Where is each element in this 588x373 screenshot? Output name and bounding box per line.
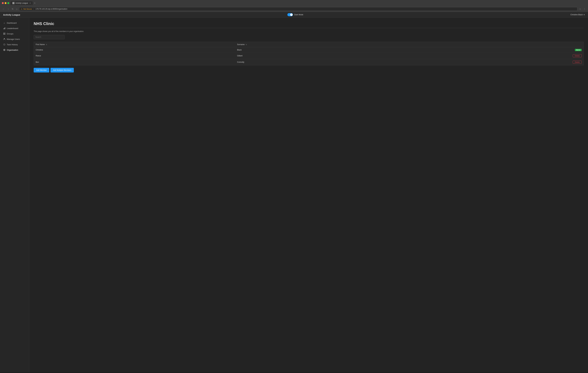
sidebar-item-label: Dashboard	[7, 22, 17, 24]
task-history-icon	[3, 43, 6, 46]
username: Christine Black	[570, 14, 583, 16]
leaderboard-icon	[3, 27, 6, 30]
dashboard-icon: ⌂	[3, 22, 6, 24]
cell-surname: Gilbert	[235, 53, 415, 59]
add-member-button[interactable]: Add Member	[34, 68, 49, 72]
app-container: Activity League Dark Mode Christine Blac…	[0, 12, 588, 373]
cell-surname: Black	[235, 47, 415, 53]
sidebar-item-organisation[interactable]: Organisation	[1, 47, 29, 53]
tab-favicon: A	[12, 2, 14, 4]
sidebar-item-label: Manage Users	[7, 38, 20, 40]
forward-button[interactable]: →	[7, 7, 10, 11]
sidebar-item-label: Groups	[7, 33, 13, 35]
sort-icon-first-name: ⇅	[46, 44, 47, 45]
home-button[interactable]: ⌂	[15, 7, 18, 11]
user-menu[interactable]: Christine Black ▼	[570, 14, 585, 16]
svg-rect-6	[4, 34, 5, 35]
tab-title: Activity League	[15, 2, 28, 4]
dark-mode-label: Dark Mode	[294, 14, 303, 16]
cell-surname: Connolly	[235, 59, 415, 65]
sidebar-item-leaderboard[interactable]: Leaderboard	[1, 26, 29, 31]
page-divider	[34, 28, 584, 28]
close-button[interactable]	[2, 2, 4, 4]
svg-rect-2	[5, 27, 5, 29]
cell-first-name: Reece	[34, 53, 235, 59]
cell-action: Admin	[415, 47, 584, 53]
cell-action: Delete	[415, 59, 584, 65]
table-row: Ben Connolly Delete	[34, 59, 584, 65]
active-tab[interactable]: A Activity League ✕	[10, 1, 33, 5]
svg-rect-4	[4, 33, 5, 33]
app-brand: Activity League	[3, 13, 20, 16]
url-text: 178.79.143.29.xip.io:8000/organisation	[35, 8, 67, 10]
refresh-button[interactable]: ↻	[11, 7, 14, 11]
sidebar-item-groups[interactable]: Groups	[1, 31, 29, 36]
svg-rect-3	[3, 33, 4, 33]
members-table: First Name ⇅ Surname ⇅ Christine Black	[34, 42, 584, 65]
browser-titlebar: A Activity League ✕ +	[0, 0, 588, 6]
new-tab-button[interactable]: +	[33, 2, 36, 4]
cell-first-name: Christine	[34, 47, 235, 53]
traffic-lights	[2, 2, 9, 4]
dark-mode-toggle[interactable]: Dark Mode	[287, 13, 303, 16]
main-content: NHS Clinic This page shows you all of th…	[29, 18, 588, 373]
svg-rect-5	[3, 34, 4, 35]
security-text: Not Secure	[23, 8, 32, 10]
sidebar-item-manage-users[interactable]: Manage Users	[1, 36, 29, 42]
sidebar-item-dashboard[interactable]: ⌂ Dashboard	[1, 20, 29, 25]
groups-icon	[3, 33, 6, 35]
svg-rect-1	[4, 28, 5, 29]
sidebar-item-task-history[interactable]: Task History	[1, 42, 29, 47]
column-first-name[interactable]: First Name ⇅	[34, 42, 235, 47]
tab-bar: A Activity League ✕ +	[10, 1, 586, 5]
menu-icon[interactable]: ⋮	[583, 7, 586, 11]
app-body: ⌂ Dashboard Leaderboard	[0, 18, 588, 373]
sidebar-item-label: Task History	[7, 44, 18, 46]
sort-icon-surname: ⇅	[246, 44, 247, 45]
delete-button[interactable]: Delete	[573, 54, 582, 57]
tab-close-icon[interactable]: ✕	[30, 2, 31, 4]
page-description: This page shows you all of the members i…	[34, 30, 584, 33]
maximize-button[interactable]	[7, 2, 9, 4]
search-input[interactable]	[34, 35, 64, 39]
bookmark-icon[interactable]: ☆	[578, 7, 582, 11]
manage-users-icon	[3, 38, 6, 40]
dark-mode-switch[interactable]	[287, 13, 293, 16]
sidebar-item-label: Leaderboard	[7, 27, 18, 30]
user-chevron-icon: ▼	[583, 14, 585, 16]
browser-extensions: ☆ ⋮	[578, 7, 586, 11]
table-header: First Name ⇅ Surname ⇅	[34, 42, 584, 47]
table-row: Christine Black Admin	[34, 47, 584, 53]
browser-chrome: A Activity League ✕ + ← → ↻ ⌂ ⚠ Not Secu…	[0, 0, 588, 12]
sidebar: ⌂ Dashboard Leaderboard	[0, 18, 29, 373]
column-surname[interactable]: Surname ⇅	[235, 42, 415, 47]
delete-button[interactable]: Delete	[573, 61, 582, 64]
cell-first-name: Ben	[34, 59, 235, 65]
svg-rect-0	[3, 28, 4, 29]
minimize-button[interactable]	[5, 2, 7, 4]
svg-point-7	[4, 38, 5, 39]
browser-toolbar: ← → ↻ ⌂ ⚠ Not Secure | 178.79.143.29.xip…	[0, 6, 588, 12]
column-actions	[415, 42, 584, 47]
app-header: Activity League Dark Mode Christine Blac…	[0, 12, 588, 18]
table-row: Reece Gilbert Delete	[34, 53, 584, 59]
admin-badge: Admin	[575, 49, 582, 51]
table-body: Christine Black Admin Reece Gilbert Dele…	[34, 47, 584, 65]
sidebar-item-label: Organisation	[7, 49, 18, 51]
security-warning: ⚠	[21, 8, 22, 10]
page-title: NHS Clinic	[34, 21, 584, 26]
organisation-icon	[3, 49, 6, 51]
cell-action: Delete	[415, 53, 584, 59]
table-actions: Add Member Add Multiple Members	[34, 68, 584, 72]
back-button[interactable]: ←	[2, 7, 5, 11]
address-bar[interactable]: ⚠ Not Secure | 178.79.143.29.xip.io:8000…	[19, 7, 577, 11]
add-multiple-members-button[interactable]: Add Multiple Members	[51, 68, 74, 72]
